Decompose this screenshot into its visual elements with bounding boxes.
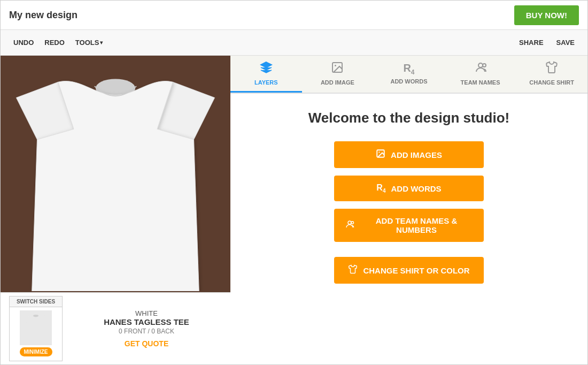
svg-point-9 xyxy=(335,65,336,66)
right-content: Welcome to the design studio! ADD IMAGES… xyxy=(230,94,587,364)
switch-sides-box: SWITCH SIDES MINIMIZE xyxy=(9,296,63,361)
svg-point-14 xyxy=(348,221,351,224)
add-team-button[interactable]: ADD TEAM NAMES & NUMBERS xyxy=(334,209,484,242)
right-panel: LAYERS ADD IMAGE R4 ADD WORDS TEAM N xyxy=(230,56,587,364)
tab-change-shirt[interactable]: CHANGE SHIRT xyxy=(516,56,587,93)
add-images-icon xyxy=(376,149,385,161)
add-words-icon: R4 xyxy=(403,62,414,76)
tools-button[interactable]: TOOLS ▾ xyxy=(71,36,107,49)
shirt-svg xyxy=(14,66,217,291)
add-image-icon xyxy=(331,61,344,77)
product-count: 0 FRONT / 0 BACK xyxy=(71,328,222,335)
add-team-icon xyxy=(345,219,354,231)
app-wrapper: My new design BUY NOW! UNDO REDO TOOLS ▾… xyxy=(0,0,588,365)
save-button[interactable]: SAVE xyxy=(552,36,579,49)
svg-point-11 xyxy=(483,64,486,67)
layers-icon xyxy=(260,61,273,77)
buy-now-button[interactable]: BUY NOW! xyxy=(514,5,579,25)
team-names-icon xyxy=(474,61,487,77)
chevron-down-icon: ▾ xyxy=(100,40,103,45)
welcome-title: Welcome to the design studio! xyxy=(308,110,510,126)
svg-point-13 xyxy=(378,151,380,153)
tab-add-words-label: ADD WORDS xyxy=(390,78,427,85)
tab-team-names[interactable]: TEAM NAMES xyxy=(445,56,516,93)
header: My new design BUY NOW! xyxy=(1,1,587,30)
tab-add-words[interactable]: R4 ADD WORDS xyxy=(373,56,445,93)
change-shirt-icon xyxy=(545,61,558,77)
shirt-thumbnail[interactable] xyxy=(20,310,52,345)
add-images-button[interactable]: ADD IMAGES xyxy=(334,141,484,168)
svg-point-10 xyxy=(478,63,483,67)
product-color: WHITE xyxy=(71,309,222,317)
change-shirt-button[interactable]: CHANGE SHIRT OR COLOR xyxy=(334,257,484,284)
change-shirt-btn-icon xyxy=(348,264,358,276)
toolbar-right: SHARE SAVE xyxy=(515,36,579,49)
bottom-info: SWITCH SIDES MINIMIZE WHITE H xyxy=(1,292,230,364)
share-button[interactable]: SHARE xyxy=(515,36,548,49)
svg-point-15 xyxy=(351,222,354,224)
tab-team-names-label: TEAM NAMES xyxy=(461,79,500,86)
tab-add-image[interactable]: ADD IMAGE xyxy=(302,56,374,93)
switch-sides-label: SWITCH SIDES xyxy=(10,296,62,307)
canvas-area: SWITCH SIDES MINIMIZE WHITE H xyxy=(1,56,230,364)
tabs: LAYERS ADD IMAGE R4 ADD WORDS TEAM N xyxy=(230,56,587,94)
redo-button[interactable]: REDO xyxy=(40,36,69,49)
minimize-button[interactable]: MINIMIZE xyxy=(20,347,52,356)
mini-shirt-svg xyxy=(22,313,49,343)
tab-add-image-label: ADD IMAGE xyxy=(321,79,354,86)
toolbar: UNDO REDO TOOLS ▾ SHARE SAVE xyxy=(1,30,587,56)
shirt-container xyxy=(11,66,220,290)
product-info: WHITE HANES TAGLESS TEE 0 FRONT / 0 BACK… xyxy=(71,309,222,348)
tab-layers[interactable]: LAYERS xyxy=(230,56,302,93)
add-words-btn-icon: R4 xyxy=(376,183,385,194)
tab-change-shirt-label: CHANGE SHIRT xyxy=(529,79,574,86)
undo-button[interactable]: UNDO xyxy=(9,36,38,49)
add-words-button[interactable]: R4 ADD WORDS xyxy=(334,176,484,201)
main-content: SWITCH SIDES MINIMIZE WHITE H xyxy=(1,56,587,364)
product-name: HANES TAGLESS TEE xyxy=(71,317,222,326)
tab-layers-label: LAYERS xyxy=(254,79,278,86)
get-quote-button[interactable]: GET QUOTE xyxy=(71,339,222,348)
page-title: My new design xyxy=(9,10,78,21)
